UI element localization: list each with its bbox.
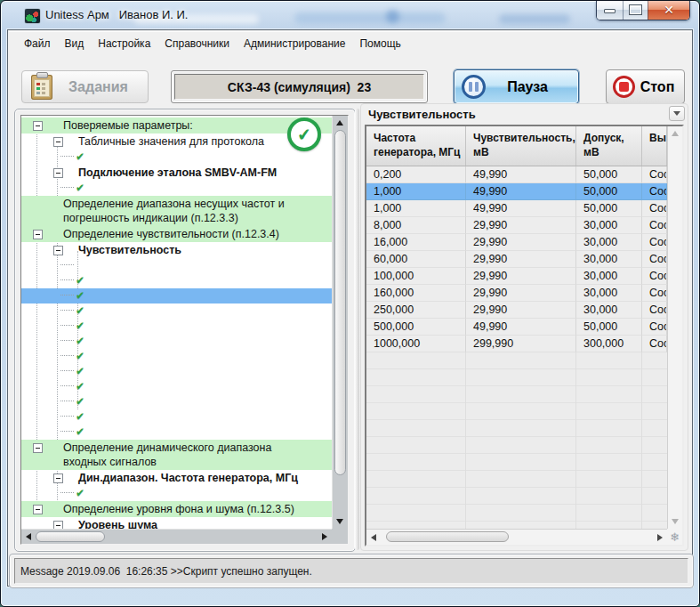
stop-button[interactable]: Стоп bbox=[606, 69, 685, 104]
check-icon bbox=[76, 486, 84, 500]
table-horizontal-scrollbar[interactable] bbox=[366, 529, 667, 545]
cell-tolerance: 30,000 bbox=[576, 251, 642, 268]
panel-menu-button[interactable] bbox=[669, 106, 685, 121]
result-panel-title: Чувствительность bbox=[368, 108, 476, 121]
minimize-button[interactable] bbox=[597, 1, 623, 20]
column-header[interactable]: Чувствительность, мВ bbox=[466, 126, 576, 166]
expander-icon[interactable] bbox=[33, 505, 43, 514]
table-row[interactable]: 1,000 49,990 50,000 Соответствует bbox=[366, 200, 667, 217]
menu-item[interactable]: Справочники bbox=[157, 32, 237, 54]
tasks-button[interactable]: Задания bbox=[21, 70, 149, 103]
column-header[interactable]: Вывод bbox=[642, 126, 667, 166]
column-header[interactable]: Допуск, мВ bbox=[576, 126, 642, 166]
expander-icon[interactable] bbox=[33, 121, 43, 131]
tree-row[interactable] bbox=[21, 425, 332, 440]
tree-row[interactable]: Поверяемые параметры: bbox=[21, 117, 332, 134]
table-row[interactable]: 1,000 49,990 50,000 Соответствует bbox=[366, 183, 667, 200]
column-divider bbox=[641, 352, 642, 529]
scroll-left-icon[interactable] bbox=[371, 534, 376, 541]
pause-button[interactable]: Пауза bbox=[454, 69, 579, 104]
scroll-up-icon[interactable] bbox=[672, 131, 679, 136]
tree-row[interactable]: Определение уровня фона и шума (п.12.3.5… bbox=[21, 501, 332, 517]
expander-icon[interactable] bbox=[53, 137, 63, 147]
menu-item[interactable]: Помощь bbox=[352, 32, 407, 54]
table-row[interactable]: 16,000 29,990 30,000 Соответствует bbox=[366, 234, 667, 251]
cell-tolerance: 30,000 bbox=[576, 268, 642, 285]
scrollbar-thumb[interactable] bbox=[334, 130, 346, 475]
panel-splitter[interactable] bbox=[355, 109, 359, 550]
cell-frequency: 1,000 bbox=[366, 183, 466, 200]
expander-icon[interactable] bbox=[53, 246, 63, 255]
cell-frequency: 250,000 bbox=[366, 302, 466, 319]
table-row[interactable]: 160,000 29,990 30,000 Соответствует bbox=[366, 285, 667, 302]
pause-icon bbox=[462, 75, 486, 99]
tree-horizontal-scrollbar[interactable] bbox=[21, 529, 332, 544]
table-row[interactable]: 1000,000 299,990 300,000 Соответствует bbox=[366, 336, 667, 352]
close-button[interactable] bbox=[648, 1, 689, 20]
cell-frequency: 1000,000 bbox=[366, 336, 466, 352]
scrollbar-corner bbox=[332, 529, 348, 544]
expander-icon[interactable] bbox=[33, 443, 43, 453]
table-row[interactable]: 0,200 49,990 50,000 Соответствует bbox=[366, 166, 667, 183]
table-row[interactable]: 60,000 29,990 30,000 Соответствует bbox=[366, 251, 667, 268]
scroll-down-icon[interactable] bbox=[672, 519, 679, 524]
table-row[interactable]: 500,000 49,990 50,000 Соответствует bbox=[366, 319, 667, 336]
tree-row[interactable]: Уровень шума bbox=[21, 517, 332, 529]
app-window: Unitess Арм Иванов И. И. ФайлВидНастройк… bbox=[0, 0, 700, 607]
check-icon bbox=[76, 349, 84, 363]
tree-row-label: Поверяемые параметры: bbox=[63, 118, 193, 133]
scroll-left-icon[interactable] bbox=[26, 533, 31, 540]
cell-frequency: 16,000 bbox=[366, 234, 466, 251]
menu-item[interactable]: Администрирование bbox=[237, 32, 352, 54]
scroll-up-icon[interactable] bbox=[336, 120, 343, 125]
stop-icon bbox=[613, 76, 635, 98]
scrollbar-thumb[interactable] bbox=[386, 531, 509, 542]
expander-icon[interactable] bbox=[53, 168, 63, 178]
tree-row[interactable] bbox=[21, 150, 332, 165]
tree-row[interactable] bbox=[21, 409, 332, 425]
tree-row-label: Определение уровня фона и шума (п.12.3.5… bbox=[63, 502, 294, 516]
titlebar[interactable]: Unitess Арм Иванов И. И. bbox=[1, 1, 699, 29]
expander-icon[interactable] bbox=[53, 473, 63, 483]
table-row[interactable]: 8,000 29,990 30,000 Соответствует bbox=[366, 217, 667, 234]
tree-row[interactable]: Подключение эталона SMBV-AM-FM bbox=[21, 165, 332, 181]
check-icon bbox=[76, 394, 84, 409]
tree-vertical-scrollbar[interactable] bbox=[332, 116, 348, 529]
table-row[interactable]: 250,000 29,990 30,000 Соответствует bbox=[366, 302, 667, 319]
tree-row[interactable]: Дин.диапазон. Частота генератора, МГц bbox=[21, 470, 332, 486]
tree-row[interactable] bbox=[21, 319, 332, 334]
scrollbar-thumb[interactable] bbox=[36, 531, 105, 542]
tree-row[interactable] bbox=[21, 304, 332, 319]
menu-item[interactable]: Файл bbox=[17, 32, 58, 54]
check-icon bbox=[76, 364, 84, 378]
expander-icon[interactable] bbox=[53, 521, 63, 529]
tree-row[interactable]: Определение диапазона несущих частот и п… bbox=[21, 196, 332, 226]
cell-sensitivity: 29,990 bbox=[466, 268, 576, 285]
tree-row[interactable]: Определение чувствительности (п.12.3.4) bbox=[21, 226, 332, 242]
tree-row[interactable] bbox=[21, 364, 332, 379]
tree-row[interactable] bbox=[21, 334, 332, 349]
table-row[interactable]: 100,000 29,990 30,000 Соответствует bbox=[366, 268, 667, 285]
tree-row[interactable] bbox=[21, 273, 332, 288]
tree-row[interactable] bbox=[21, 181, 332, 196]
expander-icon[interactable] bbox=[33, 230, 43, 239]
menu-item[interactable]: Вид bbox=[58, 32, 92, 54]
tree-row[interactable] bbox=[21, 288, 332, 304]
column-header[interactable]: Частота генератора, МГц bbox=[366, 126, 466, 166]
table-vertical-scrollbar[interactable] bbox=[667, 126, 682, 529]
tree-row[interactable] bbox=[21, 486, 332, 501]
menu-bar: ФайлВидНастройкаСправочникиАдминистриров… bbox=[9, 31, 691, 55]
tree-row[interactable] bbox=[21, 394, 332, 409]
tree-row[interactable]: Определение динамического диапазона вход… bbox=[21, 440, 332, 470]
tree-row[interactable]: Табличные значения для протокола bbox=[21, 134, 332, 150]
tree-row[interactable]: Чувствительность bbox=[21, 242, 332, 258]
tree-row[interactable] bbox=[21, 349, 332, 364]
scroll-down-icon[interactable] bbox=[336, 519, 343, 524]
tree-row[interactable] bbox=[21, 379, 332, 394]
maximize-button[interactable] bbox=[623, 1, 648, 20]
scroll-right-icon[interactable] bbox=[322, 533, 327, 540]
tree-row[interactable] bbox=[21, 258, 332, 273]
scroll-right-icon[interactable] bbox=[657, 534, 663, 541]
menu-item[interactable]: Настройка bbox=[91, 32, 157, 54]
tree-row-label: Уровень шума bbox=[78, 518, 157, 529]
